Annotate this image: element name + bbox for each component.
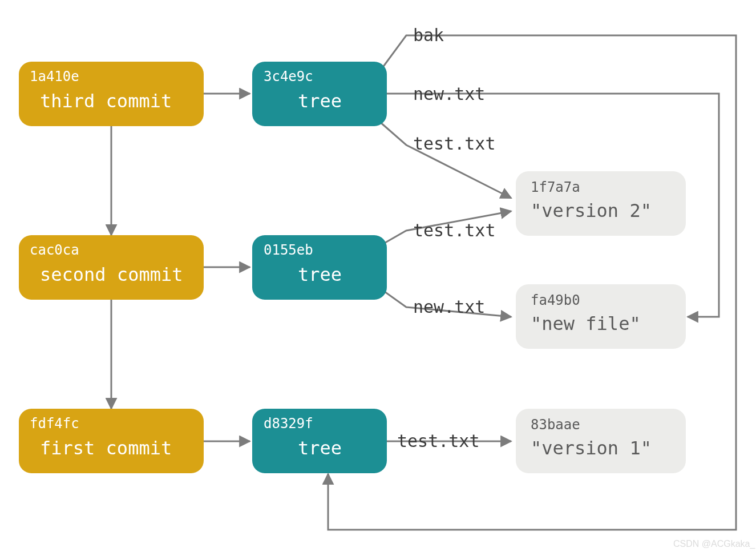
commit-second: cac0ca second commit: [19, 235, 204, 300]
blob-hash: 1f7a7a: [531, 179, 580, 195]
tree-3c4e9c: 3c4e9c tree: [252, 62, 387, 126]
commit-label: third commit: [40, 90, 172, 112]
tree-hash: 0155eb: [264, 242, 313, 258]
blob-label: "version 1": [531, 437, 652, 459]
blob-version2: 1f7a7a "version 2": [516, 171, 686, 236]
edge-label-newtxt-2: new.txt: [413, 297, 485, 317]
tree-0155eb: 0155eb tree: [252, 235, 387, 300]
commit-third: 1a410e third commit: [19, 62, 204, 126]
tree-hash: 3c4e9c: [264, 69, 313, 84]
blob-newfile: fa49b0 "new file": [516, 284, 686, 349]
tree-label: tree: [298, 264, 342, 285]
commit-hash: 1a410e: [30, 69, 79, 84]
edge-label-newtxt-1: new.txt: [413, 84, 485, 104]
edge-t1-testtxt-b1: [379, 121, 511, 198]
edge-label-bak: bak: [413, 25, 444, 45]
commit-first: fdf4fc first commit: [19, 409, 204, 473]
blob-label: "new file": [531, 313, 641, 335]
commit-hash: cac0ca: [30, 242, 79, 258]
blob-version1: 83baae "version 1": [516, 409, 686, 473]
tree-d8329f: d8329f tree: [252, 409, 387, 473]
watermark: CSDN @ACGkaka_: [673, 539, 755, 549]
edge-label-testtxt-1: test.txt: [413, 134, 496, 154]
tree-label: tree: [298, 90, 342, 112]
blob-hash: fa49b0: [531, 292, 580, 308]
blob-hash: 83baae: [531, 417, 580, 433]
git-object-diagram: bak new.txt test.txt test.txt new.txt te…: [0, 0, 756, 552]
edge-label-testtxt-2: test.txt: [413, 220, 496, 240]
commit-label: second commit: [40, 264, 183, 285]
edge-label-testtxt-3: test.txt: [397, 431, 480, 451]
tree-label: tree: [298, 437, 342, 459]
blob-label: "version 2": [531, 200, 652, 221]
commit-hash: fdf4fc: [30, 416, 79, 432]
tree-hash: d8329f: [264, 416, 313, 432]
commit-label: first commit: [40, 437, 172, 459]
